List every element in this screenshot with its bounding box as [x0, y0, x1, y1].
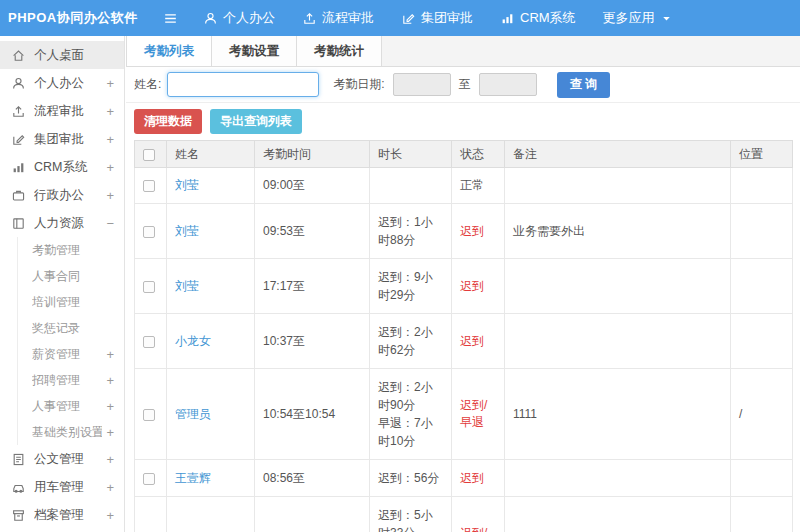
employee-name-link[interactable]: 刘莹 — [175, 224, 199, 238]
remark-cell — [505, 168, 731, 204]
sidebar-subitem[interactable]: 考勤管理 — [18, 237, 124, 263]
expand-toggle-icon[interactable]: + — [102, 188, 114, 203]
sidebar-subitem[interactable]: 薪资管理+ — [18, 341, 124, 367]
topnav-item[interactable]: 流程审批 — [302, 9, 374, 27]
date-range-to-label: 至 — [459, 76, 471, 93]
column-header: 姓名 — [167, 141, 255, 168]
duration-cell: 迟到：1小时88分 — [370, 204, 452, 259]
sidebar-item[interactable]: 公文管理+ — [0, 445, 124, 473]
select-all-checkbox[interactable] — [143, 149, 155, 161]
sidebar-item[interactable]: 个人办公+ — [0, 69, 124, 97]
employee-name-link[interactable]: 王壹辉 — [175, 471, 211, 485]
sidebar-item[interactable]: 个人桌面 — [0, 41, 124, 69]
expand-toggle-icon[interactable]: + — [102, 160, 114, 175]
sidebar-item-label: 集团审批 — [34, 131, 102, 148]
date-from-input[interactable] — [393, 73, 451, 96]
sidebar-item-label: 个人桌面 — [34, 47, 114, 64]
sidebar-subitem-label: 基础类别设置 — [32, 424, 102, 441]
remark-cell — [505, 259, 731, 314]
hamburger-menu-button[interactable] — [162, 10, 179, 27]
sidebar-item[interactable]: 人力资源− — [0, 209, 124, 237]
expand-toggle-icon[interactable]: + — [102, 480, 114, 495]
location-cell — [731, 460, 793, 497]
briefcase-icon — [11, 188, 27, 203]
expand-toggle-icon[interactable]: + — [102, 132, 114, 147]
row-checkbox[interactable] — [143, 473, 155, 485]
filter-bar: 姓名: 考勤日期: 至 查 询 — [126, 67, 800, 103]
row-checkbox[interactable] — [143, 226, 155, 238]
tab-active[interactable]: 考勤列表 — [126, 36, 212, 66]
sidebar-item[interactable]: CRM系统+ — [0, 153, 124, 181]
employee-name-link[interactable]: 刘莹 — [175, 279, 199, 293]
sidebar-subitem[interactable]: 奖惩记录 — [18, 315, 124, 341]
tab-item[interactable]: 考勤设置 — [212, 36, 297, 66]
remark-cell: 1111 — [505, 369, 731, 460]
topnav-item[interactable]: CRM系统 — [500, 9, 576, 27]
table-row: 小龙女10:37至迟到：2小时62分迟到 — [135, 314, 793, 369]
table-row: 管理员10:54至10:54迟到：2小时90分早退：7小时10分迟到/早退111… — [135, 369, 793, 460]
user-icon — [11, 76, 27, 91]
row-checkbox[interactable] — [143, 180, 155, 192]
row-checkbox[interactable] — [143, 409, 155, 421]
topnav-item[interactable]: 个人办公 — [203, 9, 275, 27]
expand-toggle-icon[interactable]: + — [102, 399, 114, 414]
expand-toggle-icon[interactable]: + — [102, 452, 114, 467]
sidebar-subitem[interactable]: 人事合同 — [18, 263, 124, 289]
clean-data-button[interactable]: 清理数据 — [134, 109, 202, 134]
sidebar-item[interactable]: 档案管理+ — [0, 501, 124, 529]
sidebar-subitem-label: 人事合同 — [32, 268, 114, 285]
sidebar-subitem[interactable]: 人事管理+ — [18, 393, 124, 419]
expand-toggle-icon[interactable]: + — [102, 425, 114, 440]
table-row: 黄蓉13:20至13:20迟到：5小时33分早退：4小时67分迟到/早退/ — [135, 497, 793, 532]
expand-toggle-icon[interactable]: − — [102, 216, 114, 231]
location-cell — [731, 204, 793, 259]
search-button[interactable]: 查 询 — [557, 72, 610, 98]
top-nav: 个人办公流程审批集团审批CRM系统更多应用 — [203, 9, 700, 27]
duration-line: 迟到：2小时62分 — [378, 323, 443, 359]
location-cell — [731, 259, 793, 314]
sidebar-item[interactable]: 行政办公+ — [0, 181, 124, 209]
topnav-item[interactable]: 集团审批 — [401, 9, 473, 27]
user-icon — [203, 11, 218, 26]
expand-toggle-icon[interactable]: + — [102, 373, 114, 388]
name-filter-label: 姓名: — [134, 76, 161, 93]
sidebar-subitem[interactable]: 招聘管理+ — [18, 367, 124, 393]
attendance-time-cell: 09:53至 — [255, 204, 370, 259]
duration-cell — [370, 168, 452, 204]
sidebar-subitem[interactable]: 培训管理 — [18, 289, 124, 315]
sidebar-item[interactable]: 集团审批+ — [0, 125, 124, 153]
name-filter-input[interactable] — [167, 72, 319, 97]
attendance-time-cell: 17:17至 — [255, 259, 370, 314]
sidebar-item[interactable]: 用车管理+ — [0, 473, 124, 501]
book-icon — [11, 216, 27, 231]
sidebar-subitem[interactable]: 基础类别设置+ — [18, 419, 124, 445]
sidebar-item-label: 档案管理 — [34, 507, 102, 524]
export-list-button[interactable]: 导出查询列表 — [210, 109, 302, 134]
row-checkbox[interactable] — [143, 281, 155, 293]
topnav-item[interactable]: 更多应用 — [603, 9, 673, 27]
date-to-input[interactable] — [479, 73, 537, 96]
attendance-table: 姓名考勤时间时长状态备注位置 刘莹09:00至正常刘莹09:53至迟到：1小时8… — [134, 140, 793, 532]
location-cell — [731, 314, 793, 369]
tab-item[interactable]: 考勤统计 — [297, 36, 382, 66]
main-content: 考勤列表考勤设置考勤统计 姓名: 考勤日期: 至 查 询 清理数据 导出查询列表… — [126, 36, 800, 532]
employee-name-link[interactable]: 刘莹 — [175, 178, 199, 192]
doc-icon — [11, 452, 27, 467]
table-row: 刘莹09:00至正常 — [135, 168, 793, 204]
duration-cell: 迟到：9小时29分 — [370, 259, 452, 314]
expand-toggle-icon[interactable]: + — [102, 347, 114, 362]
employee-name-link[interactable]: 管理员 — [175, 407, 211, 421]
row-checkbox[interactable] — [143, 336, 155, 348]
sidebar-subitem-label: 奖惩记录 — [32, 320, 114, 337]
remark-cell: 业务需要外出 — [505, 204, 731, 259]
attendance-time-cell: 10:37至 — [255, 314, 370, 369]
employee-name-link[interactable]: 小龙女 — [175, 334, 211, 348]
date-filter-label: 考勤日期: — [333, 76, 384, 93]
expand-toggle-icon[interactable]: + — [102, 104, 114, 119]
expand-toggle-icon[interactable]: + — [102, 76, 114, 91]
car-icon — [11, 480, 27, 495]
expand-toggle-icon[interactable]: + — [102, 508, 114, 523]
sidebar-item[interactable]: 流程审批+ — [0, 97, 124, 125]
caret-down-icon — [660, 12, 673, 25]
chart-icon — [500, 11, 515, 26]
